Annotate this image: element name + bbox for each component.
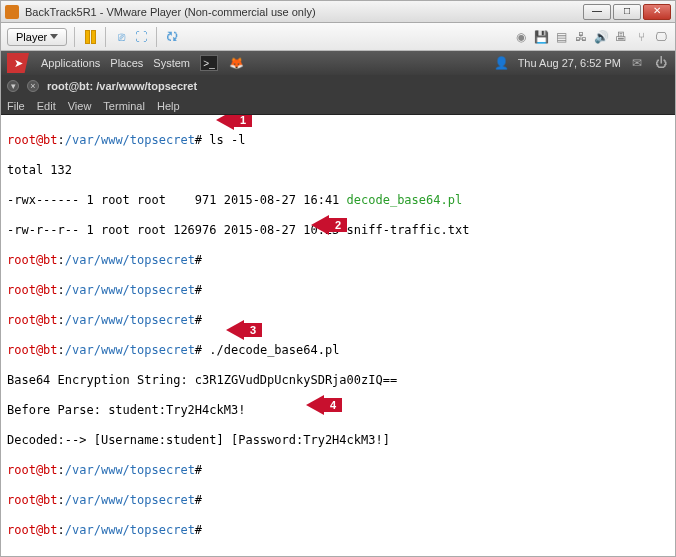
terminal-menu-icon[interactable]: ▾ (7, 80, 19, 92)
annotation-arrow-4: 4 (306, 395, 342, 415)
term-line: root@bt:/var/www/topsecret# (7, 463, 669, 478)
terminal-menubar: File Edit View Terminal Help (1, 97, 675, 115)
term-line: Decoded:--> [Username:student] [Password… (7, 433, 669, 448)
vmware-titlebar: BackTrack5R1 - VMware Player (Non-commer… (1, 1, 675, 23)
separator (105, 27, 106, 47)
maximize-button[interactable]: □ (613, 4, 641, 20)
device-floppy-icon[interactable]: 💾 (533, 29, 549, 45)
annotation-arrow-3: 3 (226, 320, 262, 340)
mail-icon[interactable]: ✉ (629, 55, 645, 71)
menu-edit[interactable]: Edit (37, 100, 56, 112)
menu-applications[interactable]: Applications (41, 57, 100, 69)
gnome-panel: ➤ Applications Places System >_ 🦊 👤 Thu … (1, 51, 675, 75)
cycle-icon[interactable]: 🗘 (164, 29, 180, 45)
firefox-launcher-icon[interactable]: 🦊 (228, 55, 244, 71)
device-net-icon[interactable]: 🖧 (573, 29, 589, 45)
window-title: BackTrack5R1 - VMware Player (Non-commer… (25, 6, 583, 18)
player-label: Player (16, 31, 47, 43)
menu-terminal[interactable]: Terminal (103, 100, 145, 112)
menu-help[interactable]: Help (157, 100, 180, 112)
term-line: root@bt:/var/www/topsecret# (7, 313, 669, 328)
term-line: root@bt:/var/www/topsecret# (7, 493, 669, 508)
close-button[interactable]: ✕ (643, 4, 671, 20)
power-icon[interactable]: ⏻ (653, 55, 669, 71)
clock: Thu Aug 27, 6:52 PM (518, 57, 621, 69)
menu-file[interactable]: File (7, 100, 25, 112)
term-line: root@bt:/var/www/topsecret# ls -l (7, 133, 669, 148)
separator (156, 27, 157, 47)
terminal-body[interactable]: root@bt:/var/www/topsecret# ls -l total … (1, 115, 675, 545)
device-sound-icon[interactable]: 🔊 (593, 29, 609, 45)
menu-places[interactable]: Places (110, 57, 143, 69)
separator (74, 27, 75, 47)
minimize-button[interactable]: — (583, 4, 611, 20)
user-icon[interactable]: 👤 (494, 55, 510, 71)
terminal-close-icon[interactable]: × (27, 80, 39, 92)
annotation-arrow-2: 2 (311, 215, 347, 235)
vmware-toolbar: Player ⎚ ⛶ 🗘 ◉ 💾 ▤ 🖧 🔊 🖶 ⑂ 🖵 (1, 23, 675, 51)
window-controls: — □ ✕ (583, 4, 671, 20)
term-line: -rwx------ 1 root root 971 2015-08-27 16… (7, 193, 669, 208)
term-line: root@bt:/var/www/topsecret# (7, 523, 669, 538)
sidebar-toggle-icon[interactable] (82, 29, 98, 45)
device-printer-icon[interactable]: 🖶 (613, 29, 629, 45)
annotation-arrow-1: 1 (216, 115, 252, 130)
device-cd-icon[interactable]: ◉ (513, 29, 529, 45)
distro-icon[interactable]: ➤ (7, 53, 29, 73)
menu-system[interactable]: System (153, 57, 190, 69)
terminal-titlebar: ▾ × root@bt: /var/www/topsecret (1, 75, 675, 97)
term-line: root@bt:/var/www/topsecret# (7, 283, 669, 298)
menu-view[interactable]: View (68, 100, 92, 112)
device-hd-icon[interactable]: ▤ (553, 29, 569, 45)
term-line: Base64 Encryption String: c3R1ZGVudDpUcn… (7, 373, 669, 388)
device-usb-icon[interactable]: ⑂ (633, 29, 649, 45)
term-line: total 132 (7, 163, 669, 178)
chevron-down-icon (50, 34, 58, 39)
term-line: root@bt:/var/www/topsecret# ./decode_bas… (7, 343, 669, 358)
terminal-title: root@bt: /var/www/topsecret (47, 80, 197, 92)
term-line: root@bt:/var/www/topsecret# (7, 253, 669, 268)
device-display-icon[interactable]: 🖵 (653, 29, 669, 45)
vmware-icon (5, 5, 19, 19)
fullscreen-icon[interactable]: ⛶ (133, 29, 149, 45)
player-menu-button[interactable]: Player (7, 28, 67, 46)
unity-icon[interactable]: ⎚ (113, 29, 129, 45)
terminal-launcher-icon[interactable]: >_ (200, 55, 218, 71)
